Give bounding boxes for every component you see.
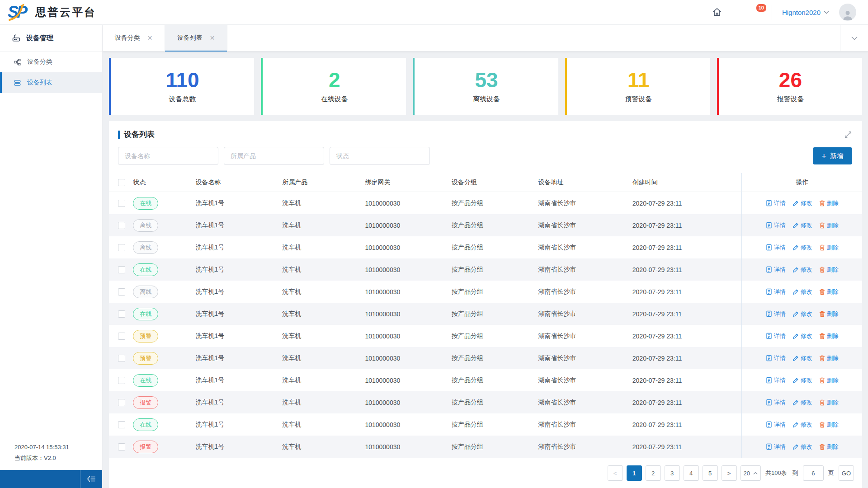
row-checkbox[interactable] xyxy=(118,421,125,428)
page-button-5[interactable]: 5 xyxy=(703,465,718,481)
edit-link[interactable]: 修改 xyxy=(793,221,812,230)
sidebar-item-device-list[interactable]: 设备列表 xyxy=(0,72,102,93)
delete-link[interactable]: 删除 xyxy=(819,266,839,274)
stat-card-online: 2 在线设备 xyxy=(261,58,406,115)
row-checkbox[interactable] xyxy=(118,333,125,340)
prev-page-button[interactable]: < xyxy=(608,465,623,481)
delete-link[interactable]: 删除 xyxy=(819,399,839,407)
detail-link[interactable]: 详情 xyxy=(766,399,786,407)
refresh-icon[interactable] xyxy=(692,7,702,17)
page-button-1[interactable]: 1 xyxy=(627,465,642,481)
edit-link[interactable]: 修改 xyxy=(793,332,812,340)
expand-panel-icon[interactable] xyxy=(844,131,852,139)
document-icon[interactable] xyxy=(732,7,742,17)
row-actions: 详情修改删除 xyxy=(741,192,862,214)
close-icon[interactable]: ✕ xyxy=(210,35,215,41)
row-checkbox[interactable] xyxy=(118,288,125,296)
next-page-button[interactable]: > xyxy=(722,465,737,481)
delete-link[interactable]: 删除 xyxy=(819,221,839,230)
edit-icon xyxy=(793,311,799,317)
detail-link[interactable]: 详情 xyxy=(766,332,786,340)
device-group: 按产品分组 xyxy=(452,244,538,252)
detail-link[interactable]: 详情 xyxy=(766,310,786,318)
device-group: 按产品分组 xyxy=(452,354,538,362)
device-name-filter-input[interactable] xyxy=(118,147,218,165)
detail-icon xyxy=(766,244,772,251)
edit-link[interactable]: 修改 xyxy=(793,443,812,451)
edit-link[interactable]: 修改 xyxy=(793,376,812,385)
delete-link[interactable]: 删除 xyxy=(819,288,839,296)
detail-link[interactable]: 详情 xyxy=(766,288,786,296)
detail-link[interactable]: 详情 xyxy=(766,221,786,230)
tab-device-category[interactable]: 设备分类 ✕ xyxy=(103,25,165,51)
created-time: 2020-07-29 23:11 xyxy=(632,399,742,406)
edit-link[interactable]: 修改 xyxy=(793,266,812,274)
row-checkbox[interactable] xyxy=(118,377,125,384)
home-icon[interactable] xyxy=(712,7,722,17)
collapse-sidebar-icon[interactable] xyxy=(80,470,102,488)
select-all-checkbox[interactable] xyxy=(118,179,125,186)
row-checkbox[interactable] xyxy=(118,310,125,318)
row-checkbox[interactable] xyxy=(118,244,125,251)
row-checkbox[interactable] xyxy=(118,399,125,406)
detail-link[interactable]: 详情 xyxy=(766,266,786,274)
row-actions: 详情修改删除 xyxy=(741,413,862,436)
device-group: 按产品分组 xyxy=(452,376,538,385)
delete-link[interactable]: 删除 xyxy=(819,421,839,429)
page-jump-input[interactable] xyxy=(803,465,824,481)
edit-link[interactable]: 修改 xyxy=(793,199,812,207)
detail-link[interactable]: 详情 xyxy=(766,421,786,429)
edit-link[interactable]: 修改 xyxy=(793,244,812,252)
edit-link[interactable]: 修改 xyxy=(793,399,812,407)
sidebar-footer: 2020-07-14 15:53:31 当前版本：V2.0 xyxy=(0,442,102,464)
delete-link[interactable]: 删除 xyxy=(819,199,839,207)
device-list-icon xyxy=(14,79,21,87)
edit-link[interactable]: 修改 xyxy=(793,421,812,429)
page-button-3[interactable]: 3 xyxy=(665,465,680,481)
page-button-4[interactable]: 4 xyxy=(684,465,699,481)
go-button[interactable]: GO xyxy=(839,465,854,481)
row-checkbox[interactable] xyxy=(118,266,125,273)
column-header-address: 设备地址 xyxy=(538,178,632,187)
product-name: 洗车机 xyxy=(282,421,365,429)
detail-link[interactable]: 详情 xyxy=(766,199,786,207)
detail-icon xyxy=(766,333,772,339)
tab-device-list[interactable]: 设备列表 ✕ xyxy=(165,25,227,51)
page-size-select[interactable]: 20 xyxy=(741,465,761,481)
product-filter-input[interactable] xyxy=(224,147,324,165)
add-device-button[interactable]: + 新增 xyxy=(813,147,852,164)
total-count-label: 共100条 xyxy=(765,469,787,477)
edit-link[interactable]: 修改 xyxy=(793,288,812,296)
row-checkbox[interactable] xyxy=(118,200,125,207)
tab-options-dropdown[interactable] xyxy=(840,25,868,51)
status-badge: 在线 xyxy=(133,374,158,387)
delete-link[interactable]: 删除 xyxy=(819,244,839,252)
edit-link[interactable]: 修改 xyxy=(793,354,812,362)
notifications-bell-icon[interactable]: 10 xyxy=(752,7,762,17)
delete-link[interactable]: 删除 xyxy=(819,332,839,340)
edit-link[interactable]: 修改 xyxy=(793,310,812,318)
delete-link[interactable]: 删除 xyxy=(819,354,839,362)
row-select-cell xyxy=(109,244,133,251)
delete-link[interactable]: 删除 xyxy=(819,443,839,451)
status-filter-input[interactable] xyxy=(330,147,430,165)
row-checkbox[interactable] xyxy=(118,443,125,450)
page-button-2[interactable]: 2 xyxy=(646,465,661,481)
sidebar-item-device-category[interactable]: 设备分类 xyxy=(0,52,102,72)
detail-link[interactable]: 详情 xyxy=(766,244,786,252)
detail-link[interactable]: 详情 xyxy=(766,443,786,451)
edit-icon xyxy=(793,267,799,273)
detail-link[interactable]: 详情 xyxy=(766,376,786,385)
detail-link[interactable]: 详情 xyxy=(766,354,786,362)
row-checkbox[interactable] xyxy=(118,355,125,362)
close-icon[interactable]: ✕ xyxy=(147,35,153,41)
row-checkbox[interactable] xyxy=(118,222,125,229)
gateway-id: 1010000030 xyxy=(365,266,452,273)
avatar[interactable] xyxy=(839,4,856,21)
device-address: 湖南省长沙市 xyxy=(538,310,632,318)
status-badge: 离线 xyxy=(133,286,158,298)
device-group: 按产品分组 xyxy=(452,421,538,429)
delete-link[interactable]: 删除 xyxy=(819,376,839,385)
delete-link[interactable]: 删除 xyxy=(819,310,839,318)
user-menu[interactable]: Hignton2020 xyxy=(782,9,829,16)
